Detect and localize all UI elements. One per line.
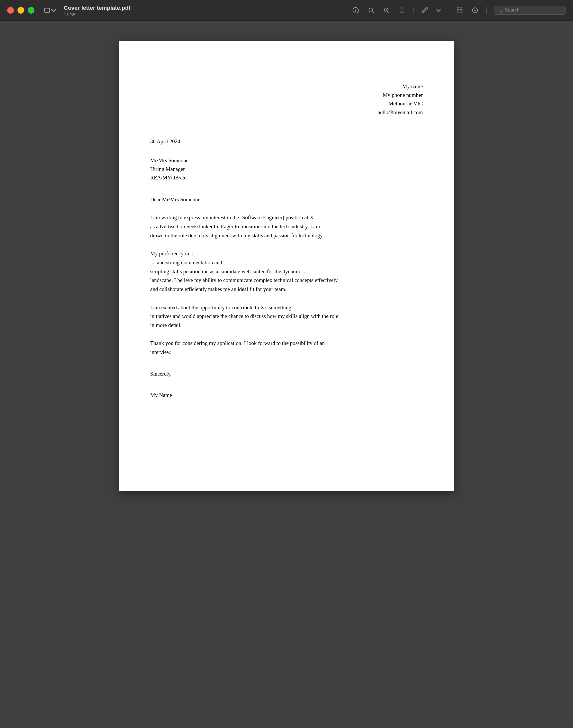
file-pages: 1 page (64, 11, 131, 16)
share-icon[interactable] (398, 6, 406, 14)
toolbar-divider (413, 7, 414, 14)
toolbar-actions (352, 6, 566, 15)
info-icon[interactable] (352, 6, 360, 14)
paragraph-2: My proficiency in ... ..., and strong do… (150, 249, 423, 293)
search-icon (498, 8, 502, 13)
paragraph-1: I am writing to express my interest in t… (150, 213, 423, 240)
sender-city: Melbourne VIC (150, 100, 423, 108)
recipient-title: Hiring Manager (150, 165, 423, 174)
zoom-in-icon[interactable] (382, 6, 390, 14)
svg-line-7 (372, 11, 374, 13)
salutation: Dear Mr/Mrs Someone, (150, 195, 423, 204)
view-icon[interactable] (456, 6, 464, 14)
recipient-name: Mr/Mrs Someone (150, 156, 423, 165)
svg-rect-13 (457, 8, 459, 10)
paragraph-3: I am excited about the opportunity to co… (150, 303, 423, 330)
minimize-button[interactable] (17, 7, 24, 14)
closing: Sincerely, (150, 370, 423, 378)
markup-icon[interactable] (471, 6, 479, 14)
signature: My Name (150, 391, 423, 400)
annotate-chevron-icon[interactable] (436, 6, 441, 14)
close-button[interactable] (7, 7, 14, 14)
paragraph-4: Thank you for considering my application… (150, 339, 423, 356)
file-info: Cover letter template.pdf 1 page (64, 5, 131, 16)
main-content: My name My phone number Melbourne VIC he… (0, 20, 573, 728)
sender-phone: My phone number (150, 91, 423, 100)
letter-date: 30 April 2024 (150, 137, 423, 146)
search-bar[interactable] (494, 6, 566, 15)
svg-rect-0 (45, 8, 50, 12)
annotate-icon[interactable] (421, 6, 429, 14)
search-input[interactable] (505, 7, 562, 13)
svg-rect-16 (460, 11, 462, 13)
zoom-out-icon[interactable] (367, 6, 375, 14)
sender-name: My name (150, 82, 423, 91)
svg-rect-15 (457, 11, 459, 13)
recipient-block: Mr/Mrs Someone Hiring Manager REA/MYOB/e… (150, 156, 423, 182)
pdf-document: My name My phone number Melbourne VIC he… (119, 41, 454, 491)
letter-body: 30 April 2024 Mr/Mrs Someone Hiring Mana… (150, 137, 423, 400)
window-controls (7, 7, 35, 14)
file-name: Cover letter template.pdf (64, 5, 131, 11)
svg-line-21 (501, 11, 502, 12)
toolbar-divider-2 (448, 7, 448, 14)
svg-line-11 (388, 11, 389, 13)
svg-point-20 (499, 9, 501, 11)
address-block: My name My phone number Melbourne VIC he… (150, 82, 423, 117)
svg-rect-14 (460, 8, 462, 10)
titlebar: Cover letter template.pdf 1 page (0, 0, 573, 20)
recipient-company: REA/MYOB/etc. (150, 173, 423, 182)
sidebar-toggle[interactable] (44, 7, 57, 13)
maximize-button[interactable] (28, 7, 35, 14)
sender-email: hello@myemail.com (150, 108, 423, 117)
